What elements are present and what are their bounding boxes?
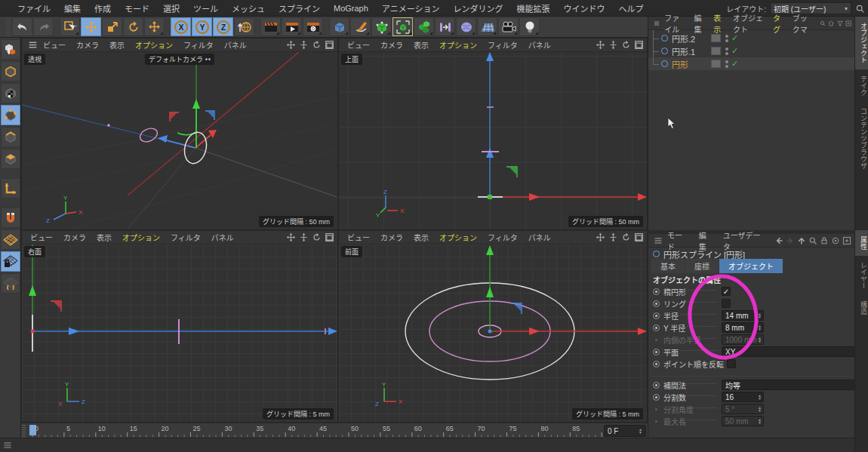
maximize-view-icon[interactable] <box>325 40 334 50</box>
object-name[interactable]: 円形.2 <box>672 32 711 45</box>
pan-view-icon[interactable] <box>596 232 605 242</box>
vp-menu-camera[interactable]: カメラ <box>58 232 91 243</box>
maximize-view-icon[interactable] <box>634 40 644 50</box>
primitive-cube-button[interactable] <box>329 17 349 36</box>
edge-mode-button[interactable] <box>1 127 20 147</box>
search-icon[interactable] <box>855 4 865 14</box>
y-axis-lock[interactable]: Y <box>192 17 212 36</box>
up-icon[interactable] <box>797 236 806 245</box>
texture-mode-button[interactable] <box>1 83 20 103</box>
last-tool[interactable] <box>144 17 165 36</box>
x-axis-lock[interactable]: X <box>171 17 191 36</box>
menu-spline[interactable]: スプライン <box>272 2 327 14</box>
home-icon[interactable] <box>828 19 834 28</box>
keyframe-dot[interactable] <box>653 324 660 331</box>
visibility-dots[interactable] <box>725 60 728 68</box>
vp-menu-options[interactable]: オプション <box>117 232 165 243</box>
vp-menu-filter[interactable]: フィルタ <box>178 39 219 51</box>
y-radius-field[interactable]: 8 mm▲▼ <box>722 322 764 333</box>
vp-menu-panel[interactable]: パネル <box>206 232 239 243</box>
panel-menu-icon[interactable] <box>28 40 38 50</box>
vp-menu-view[interactable]: ビュー <box>25 232 58 243</box>
filter-icon[interactable] <box>837 19 843 28</box>
object-row[interactable]: 円形.2 ✓ <box>648 32 854 45</box>
polygon-mode-button[interactable] <box>1 149 20 169</box>
search-icon[interactable] <box>808 236 817 245</box>
zoom-view-icon[interactable] <box>299 232 309 242</box>
enabled-check-icon[interactable]: ✓ <box>731 59 738 69</box>
vp-menu-camera[interactable]: カメラ <box>71 39 104 51</box>
tab-structure[interactable]: 構造 <box>855 295 868 321</box>
panel-menu-icon[interactable] <box>654 236 663 245</box>
enabled-check-icon[interactable]: ✓ <box>731 33 738 43</box>
move-tool[interactable] <box>81 17 101 36</box>
search-icon[interactable] <box>820 19 826 28</box>
menu-edit[interactable]: 編集 <box>57 2 88 14</box>
keyframe-dot[interactable] <box>653 300 660 307</box>
object-name[interactable]: 円形 <box>672 58 711 70</box>
menu-file[interactable]: ファイル <box>11 2 57 14</box>
layer-chip[interactable] <box>711 60 721 68</box>
vp-menu-panel[interactable]: パネル <box>523 232 556 243</box>
menu-tools[interactable]: ツール <box>186 2 225 14</box>
deformer-button[interactable] <box>435 17 455 36</box>
environment-button[interactable] <box>477 17 497 36</box>
enabled-check-icon[interactable]: ✓ <box>731 46 738 56</box>
vp-menu-filter[interactable]: フィルタ <box>482 39 523 51</box>
menu-render[interactable]: レンダリング <box>446 2 509 14</box>
vp-menu-panel[interactable]: パネル <box>523 39 556 51</box>
viewport1-canvas[interactable]: Y X Z 透視 デフォルトカメラ グリッド間隔 : 50 mm <box>22 52 337 229</box>
lock-workplane-button[interactable] <box>1 251 20 272</box>
maximize-view-icon[interactable] <box>634 232 644 242</box>
keyframe-dot[interactable] <box>653 361 660 367</box>
tab-coordinates[interactable]: 座標 <box>685 259 719 273</box>
tab-layers[interactable]: レイヤー <box>855 256 868 295</box>
viewport4-canvas[interactable]: Y X Z 前面 グリッド間隔 : 5 mm <box>339 244 647 422</box>
track-icon[interactable] <box>831 236 840 245</box>
live-selection-tool[interactable] <box>60 17 80 36</box>
redo-button[interactable] <box>33 17 54 36</box>
current-frame-field[interactable]: 0 F ▲▼ <box>604 425 646 437</box>
undo-button[interactable] <box>12 17 32 36</box>
menu-animation[interactable]: アニメーション <box>375 2 447 14</box>
maximize-view-icon[interactable] <box>325 232 334 242</box>
render-settings-button[interactable] <box>303 17 323 36</box>
timeline[interactable]: 051015202530354045505560657075808590 0 F… <box>21 423 648 438</box>
model-mode-button[interactable] <box>1 61 20 81</box>
light-button[interactable] <box>519 17 540 36</box>
generators-button[interactable] <box>392 17 413 36</box>
panel-menu-icon[interactable] <box>654 19 660 28</box>
rotate-view-icon[interactable] <box>621 232 631 242</box>
keyframe-dot[interactable] <box>653 288 660 295</box>
rotate-view-icon[interactable] <box>312 40 322 50</box>
axis-mode-button[interactable] <box>1 178 20 198</box>
keyframe-dot[interactable] <box>653 382 660 389</box>
layer-chip[interactable] <box>711 34 721 42</box>
toolbar-drag-handle[interactable] <box>6 19 10 35</box>
menu-extensions[interactable]: 機能拡張 <box>509 2 556 14</box>
new-panel-icon[interactable] <box>842 236 851 245</box>
zoom-view-icon[interactable] <box>608 232 618 242</box>
vp-menu-display[interactable]: 表示 <box>104 39 130 51</box>
snap-button[interactable] <box>1 208 20 228</box>
menu-mode[interactable]: モード <box>118 2 156 14</box>
zoom-view-icon[interactable] <box>299 40 309 50</box>
lock-icon[interactable] <box>820 236 829 245</box>
vp-menu-options[interactable]: オプション <box>434 39 482 51</box>
scale-tool[interactable] <box>102 17 122 36</box>
menu-window[interactable]: ウインドウ <box>556 2 611 14</box>
vp-menu-display[interactable]: 表示 <box>408 39 434 51</box>
interpolation-dropdown[interactable]: 均等▾ <box>722 380 865 390</box>
ellipse-checkbox[interactable]: ✓ <box>722 287 731 296</box>
vp-menu-display[interactable]: 表示 <box>408 232 434 243</box>
vp-menu-options[interactable]: オプション <box>434 232 482 243</box>
tab-objects[interactable]: オブジェクト <box>855 17 868 69</box>
rotate-tool[interactable] <box>123 17 143 36</box>
vp-menu-camera[interactable]: カメラ <box>375 39 408 51</box>
add-object-icon[interactable] <box>845 19 851 28</box>
z-axis-lock[interactable]: Z <box>213 17 233 36</box>
keyframe-dot[interactable] <box>653 394 660 401</box>
menu-help[interactable]: ヘルプ <box>611 2 650 14</box>
frame-spinner[interactable]: ▲▼ <box>639 428 642 434</box>
menu-mograph[interactable]: MoGraph <box>327 4 375 13</box>
